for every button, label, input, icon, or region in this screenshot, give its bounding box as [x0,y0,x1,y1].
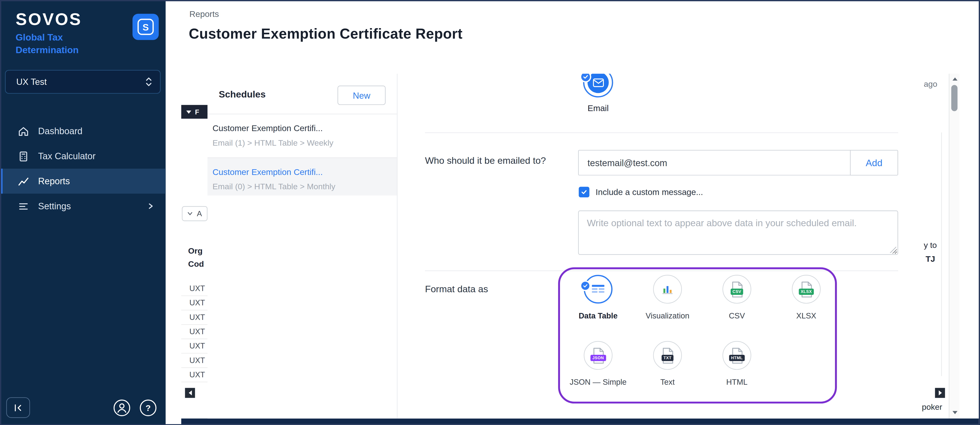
txt-file-icon: TXT [653,341,682,370]
brand-logo: SOVOS [16,10,82,29]
breadcrumb[interactable]: Reports [189,9,219,19]
workspace-selector[interactable]: UX Test [5,70,161,94]
schedule-subtitle: Email (1) > HTML Table > Weekly [213,138,391,147]
table-row: UXT [181,339,207,354]
schedules-title: Schedules [219,89,266,99]
schedule-panel: Schedules New Customer Exemption Certifi… [207,74,920,419]
format-option-label: Data Table [579,312,617,320]
email-recipient-input[interactable] [578,150,850,175]
table-row: UXT [181,282,207,296]
table-row: UXT [181,354,207,368]
help-button[interactable]: ? [139,399,157,417]
schedule-list-item[interactable]: Customer Exemption Certifi... Email (1) … [207,114,397,157]
schedule-list-item-selected[interactable]: Customer Exemption Certifi... Email (0) … [207,158,397,195]
collapse-left-icon [13,402,24,413]
background-filter-chip: A [182,206,207,221]
add-recipient-button[interactable]: Add [850,150,898,175]
account-button[interactable] [113,399,130,417]
format-option-label: CSV [729,312,745,320]
selected-check-icon [580,281,591,291]
json-file-icon: JSON [584,341,613,370]
format-option-label: XLSX [796,312,816,320]
workspace-name: UX Test [16,77,47,87]
format-option-html[interactable]: HTML HTML [702,341,771,387]
sidebar-item-reports[interactable]: Reports [0,169,165,194]
brand-subtitle-line2: Determination [16,44,79,56]
custom-message-label: Include a custom message... [595,187,703,197]
format-option-json-simple[interactable]: JSON JSON — Simple [564,341,633,387]
format-option-label: JSON — Simple [570,378,627,387]
background-section-header: F [181,105,207,119]
delivery-option-label: Email [583,104,613,113]
format-option-visualization[interactable]: Visualization [633,275,702,320]
scroll-down-button[interactable] [950,408,960,418]
sidebar-item-label: Reports [38,176,70,186]
custom-message-checkbox[interactable] [579,187,590,198]
custom-message-textarea[interactable] [578,211,898,255]
scroll-up-button[interactable] [950,74,960,84]
background-footer-bar [181,419,979,424]
background-column-divider [941,133,942,376]
background-cell-text: y to [924,241,937,250]
sidebar-item-settings[interactable]: Settings [0,193,165,219]
sidebar-item-label: Dashboard [38,126,83,136]
background-column-header: Org Cod [188,244,204,271]
divider [425,133,898,133]
scroll-up-icon [952,78,957,81]
format-label: Format data as [425,284,488,294]
brand-subtitle: Global Tax Determination [16,31,79,56]
xlsx-badge: XLSX [799,288,813,295]
sidebar-collapse-button[interactable] [6,397,30,418]
csv-badge: CSV [730,288,743,295]
html-file-icon: HTML [722,341,751,370]
table-row: UXT [181,325,207,339]
scroll-down-icon [952,411,957,414]
schedule-title: Customer Exemption Certifi... [213,167,391,177]
schedule-subtitle: Email (0) > HTML Table > Monthly [213,182,391,191]
page-title: Customer Exemption Certificate Report [189,25,463,43]
txt-badge: TXT [662,354,673,361]
chevron-right-icon [147,202,154,210]
scroll-left-button[interactable] [185,388,195,398]
email-question-label: Who should it be emailed to? [425,155,546,166]
sidebar-item-tax-calculator[interactable]: Tax Calculator [0,144,165,169]
calculator-icon [18,150,29,162]
triangle-down-icon [186,110,191,113]
data-table-icon [584,275,613,304]
format-option-csv[interactable]: CSV CSV [702,275,771,320]
table-row: UXT [181,296,207,310]
format-option-label: Text [660,378,675,387]
scrollbar-thumb[interactable] [951,85,957,111]
xlsx-file-icon: XLSX [792,275,821,304]
question-icon: ? [139,399,157,417]
background-cell-text: TJ [926,254,935,263]
sidebar-item-label: Settings [38,201,71,211]
sovos-app-icon: S [133,14,159,40]
svg-text:?: ? [145,403,151,412]
chevron-updown-icon [145,76,153,88]
format-option-xlsx[interactable]: XLSX XLSX [772,275,840,320]
delivery-option-email[interactable] [583,74,613,97]
format-option-label: Visualization [646,312,689,320]
vertical-scrollbar[interactable] [949,74,959,419]
scroll-right-button[interactable] [935,388,945,398]
divider [397,74,398,419]
scroll-left-icon [188,390,191,395]
checkmark-icon [581,189,587,195]
sidebar: SOVOS Global Tax Determination S UX Test… [0,0,165,425]
person-icon [113,399,130,417]
new-schedule-button[interactable]: New [337,86,386,105]
format-option-label: HTML [726,378,748,387]
background-cell-text: poker [922,402,942,412]
sidebar-item-label: Tax Calculator [38,151,95,161]
sidebar-item-dashboard[interactable]: Dashboard [0,119,165,144]
format-option-data-table[interactable]: Data Table [564,275,633,320]
line-chart-icon [18,175,29,187]
json-badge: JSON [590,354,606,361]
chevron-down-icon [187,211,193,217]
brand-subtitle-line1: Global Tax [16,31,79,44]
csv-file-icon: CSV [722,275,751,304]
list-icon [18,200,29,212]
home-icon [18,125,29,137]
format-option-text[interactable]: TXT Text [633,341,702,387]
